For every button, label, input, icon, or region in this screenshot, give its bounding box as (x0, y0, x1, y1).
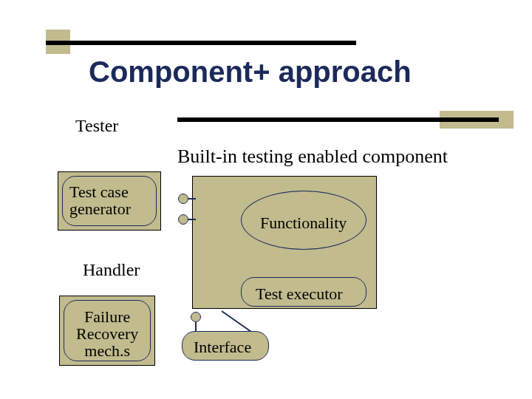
section-rule (177, 117, 499, 122)
label-interface: Interface (194, 338, 251, 355)
callout-connector (221, 310, 250, 332)
node-functionality-label: Functionality (260, 214, 347, 231)
node-test-executor-label: Test executor (256, 285, 343, 302)
node-failure-recovery-label: Failure Recovery mech.s (76, 308, 138, 359)
diagram-stage: Component+ approach Tester Built-in test… (0, 0, 532, 399)
port-icon (191, 312, 201, 322)
slide-title: Component+ approach (89, 55, 412, 89)
port-connector (188, 219, 196, 220)
port-icon (178, 214, 188, 225)
title-rule (46, 41, 356, 45)
port-connector (195, 322, 197, 331)
port-connector (188, 198, 196, 200)
label-handler: Handler (83, 261, 140, 279)
node-test-case-generator-label: Test case generator (69, 183, 131, 217)
label-tester: Tester (75, 117, 118, 135)
label-bit-component: Built-in testing enabled component (177, 146, 448, 166)
port-icon (178, 194, 188, 204)
